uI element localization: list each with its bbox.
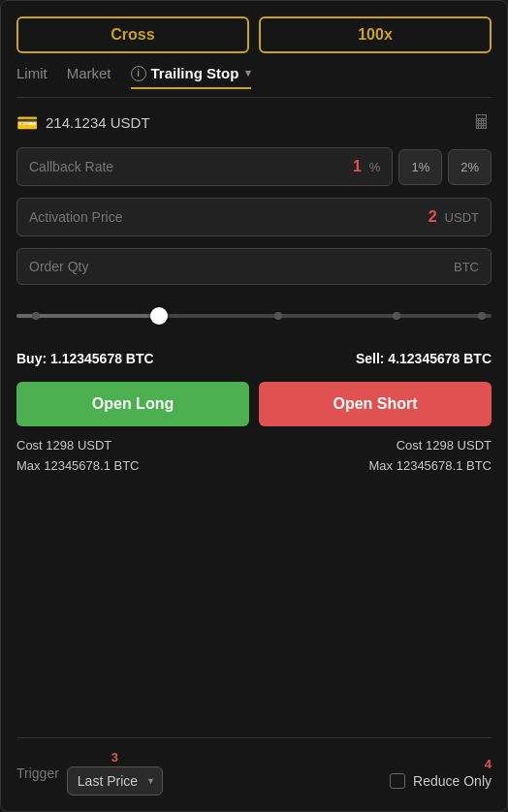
- trigger-number: 3: [111, 750, 118, 765]
- callback-rate-unit: %: [369, 160, 381, 174]
- top-buttons-row: Cross 100x: [16, 16, 492, 53]
- order-qty-label: Order Qty: [29, 259, 454, 274]
- tab-trailing-stop[interactable]: i Trailing Stop ▾: [131, 65, 252, 89]
- cost-max-left: Cost 1298 USDT Max 12345678.1 BTC: [16, 438, 139, 473]
- reduce-right: 4 Reduce Only: [390, 757, 492, 789]
- tab-market[interactable]: Market: [67, 65, 111, 89]
- sell-label: Sell:: [356, 351, 385, 366]
- slider-dot-middle2: [393, 312, 400, 320]
- activation-price-number: 2: [429, 208, 437, 226]
- slider-dot-middle1: [274, 312, 282, 320]
- order-qty-input[interactable]: Order Qty BTC: [16, 248, 492, 285]
- buy-value: 1.12345678 BTC: [50, 351, 154, 366]
- buy-sell-row: Buy: 1.12345678 BTC Sell: 4.12345678 BTC: [16, 347, 492, 370]
- callback-rate-input[interactable]: Callback Rate 1 %: [16, 147, 393, 186]
- slider-container[interactable]: [16, 297, 492, 335]
- balance-row: 💳 214.1234 USDT 🖩: [16, 109, 492, 136]
- left-cost-label: Cost: [16, 438, 43, 453]
- right-cost-value: 1298 USDT: [426, 438, 492, 453]
- reduce-only-checkbox[interactable]: [390, 773, 405, 789]
- order-qty-unit: BTC: [454, 260, 479, 274]
- trigger-label: Trigger: [16, 765, 59, 781]
- trailing-stop-label: Trailing Stop: [151, 65, 239, 81]
- balance-left: 💳 214.1234 USDT: [16, 112, 150, 134]
- callback-rate-label: Callback Rate: [29, 159, 345, 174]
- sell-value: 4.12345678 BTC: [388, 351, 492, 366]
- slider-dot-end: [478, 312, 486, 320]
- open-short-button[interactable]: Open Short: [259, 382, 492, 426]
- reduce-content: Reduce Only: [390, 773, 492, 789]
- cost-max-container: Cost 1298 USDT Max 12345678.1 BTC Cost 1…: [16, 438, 492, 473]
- trading-panel: Cross 100x Limit Market i Trailing Stop …: [0, 0, 508, 812]
- activation-price-input[interactable]: Activation Price 2 USDT: [16, 198, 492, 236]
- callback-rate-number: 1: [353, 158, 362, 175]
- right-cost-line: Cost 1298 USDT: [397, 438, 492, 453]
- slider-track: [16, 314, 492, 318]
- preset-2pct-button[interactable]: 2%: [448, 149, 492, 185]
- cross-button[interactable]: Cross: [16, 16, 249, 53]
- trigger-left: Trigger 3 Last Price: [16, 750, 163, 796]
- buy-label: Buy:: [16, 351, 47, 366]
- activation-price-unit: USDT: [445, 210, 479, 225]
- right-max-label: Max: [369, 458, 394, 473]
- select-wrapper: Last Price: [67, 766, 163, 796]
- trigger-select-container: 3 Last Price: [67, 750, 163, 796]
- leverage-button[interactable]: 100x: [259, 16, 492, 53]
- buy-info: Buy: 1.12345678 BTC: [16, 351, 154, 366]
- open-long-button[interactable]: Open Long: [16, 382, 249, 426]
- right-max-value: 12345678.1 BTC: [397, 458, 492, 473]
- callback-rate-row: Callback Rate 1 % 1% 2%: [16, 147, 492, 186]
- left-cost-value: 1298 USDT: [46, 438, 111, 453]
- left-cost-line: Cost 1298 USDT: [16, 438, 139, 453]
- activation-price-label: Activation Price: [29, 209, 421, 225]
- bottom-row: Trigger 3 Last Price 4 Reduce Only: [16, 737, 492, 796]
- balance-amount: 214.1234 USDT: [46, 114, 150, 131]
- left-max-label: Max: [16, 458, 41, 473]
- info-icon: i: [131, 66, 146, 81]
- tabs-row: Limit Market i Trailing Stop ▾: [16, 65, 492, 98]
- slider-thumb[interactable]: [150, 307, 168, 325]
- calculator-icon[interactable]: 🖩: [472, 111, 492, 134]
- tab-limit[interactable]: Limit: [16, 65, 48, 89]
- right-max-line: Max 12345678.1 BTC: [369, 458, 492, 473]
- slider-dot-start: [32, 312, 40, 320]
- reduce-only-label: Reduce Only: [413, 773, 492, 789]
- card-icon: 💳: [16, 112, 38, 134]
- chevron-down-icon: ▾: [245, 67, 251, 79]
- preset-1pct-button[interactable]: 1%: [398, 149, 442, 185]
- last-price-select[interactable]: Last Price: [67, 766, 163, 796]
- sell-info: Sell: 4.12345678 BTC: [356, 351, 492, 366]
- cost-max-right: Cost 1298 USDT Max 12345678.1 BTC: [369, 438, 492, 473]
- left-max-line: Max 12345678.1 BTC: [16, 458, 139, 473]
- action-buttons-row: Open Long Open Short: [16, 382, 492, 426]
- right-cost-label: Cost: [397, 438, 423, 453]
- left-max-value: 12345678.1 BTC: [44, 458, 139, 473]
- reduce-number: 4: [485, 757, 492, 771]
